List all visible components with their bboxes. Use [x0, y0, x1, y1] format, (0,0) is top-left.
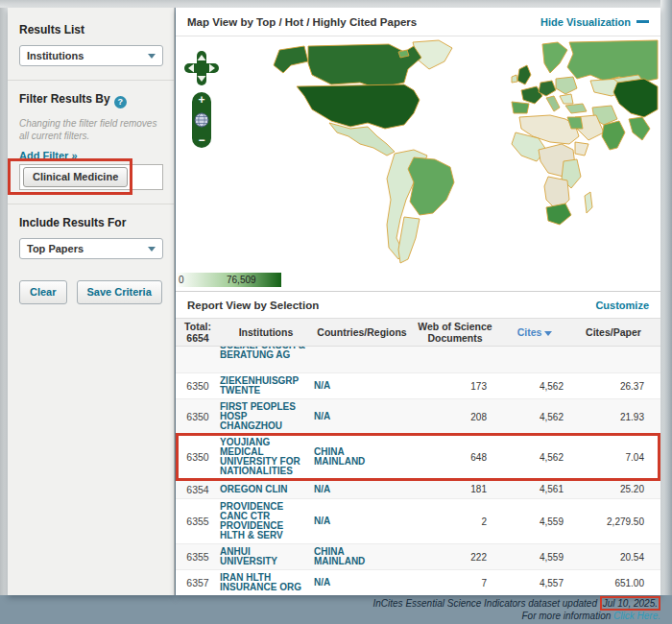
report-header: Report View by Selection Customize	[176, 291, 660, 318]
institution-link[interactable]: YOUJIANG MEDICAL UNIVERSITY FOR NATIONAL…	[220, 438, 312, 476]
docs-cell: 7	[412, 578, 498, 588]
cites-cell: 4,557	[498, 578, 571, 588]
cites-cell: 4,561	[498, 484, 571, 494]
more-information-line: For more information Click Here.	[372, 610, 660, 622]
world-map[interactable]	[216, 36, 660, 267]
map-country-south-africa	[546, 204, 571, 225]
map-country-germany	[539, 81, 556, 96]
sidebar-divider	[8, 80, 174, 81]
map-region-scandinavia	[542, 42, 567, 73]
main-panel: Map View by Top / Hot / Highly Cited Pap…	[176, 8, 660, 595]
map-legend: 0 76,509	[176, 272, 660, 291]
institution-link[interactable]: ANHUI UNIVERSITY	[220, 547, 312, 566]
cites-paper-cell: 21.93	[571, 412, 656, 422]
cites-cell: 4,562	[498, 381, 571, 392]
save-criteria-button[interactable]: Save Criteria	[77, 280, 162, 304]
clinical-medicine-chip[interactable]: Clinical Medicine	[23, 167, 128, 187]
table-row-highlighted: 6350 YOUJIANG MEDICAL UNIVERSITY FOR NAT…	[176, 435, 660, 480]
map-country-uk	[517, 65, 531, 84]
table-row: 6350 ZIEKENHUISGRP TWENTE N/A 173 4,562 …	[176, 373, 660, 399]
click-here-link[interactable]: Click Here.	[613, 611, 660, 621]
cites-paper-cell: 26.37	[571, 381, 656, 392]
total-count: Total: 6654	[176, 321, 220, 344]
country-cell: N/A	[312, 578, 412, 588]
minus-icon	[636, 20, 649, 23]
map-title: Map View by Top / Hot / Highly Cited Pap…	[187, 16, 417, 28]
clear-button[interactable]: Clear	[19, 280, 67, 304]
rank-cell: 6354	[176, 484, 220, 495]
cites-paper-cell: 25.20	[571, 484, 656, 494]
zoom-out-button[interactable]: −	[198, 134, 204, 146]
map-country-ireland	[512, 75, 517, 83]
rank-cell: 6350	[176, 451, 220, 463]
results-list-selected-value: Institutions	[27, 50, 84, 61]
customize-link[interactable]: Customize	[595, 300, 649, 311]
table-row: 6357 IRAN HLTH INSURANCE ORG N/A 7 4,557…	[176, 570, 660, 595]
institution-link[interactable]: ZIEKENHUISGRP TWENTE	[220, 376, 312, 396]
table-row: SOZIALFORSCH & BERATUNG AG	[176, 347, 660, 373]
map-zoom-control[interactable]: + −	[192, 92, 211, 148]
map-country-usa	[297, 84, 420, 129]
map-country-iceland	[398, 50, 409, 58]
map-country-brazil	[408, 157, 454, 215]
column-header-countries[interactable]: Countries/Regions	[312, 326, 412, 338]
column-header-institutions[interactable]: Institutions	[220, 326, 312, 338]
table-row: 6355 ANHUI UNIVERSITY CHINA MAINLAND 222…	[176, 544, 660, 570]
map-country-india	[602, 121, 625, 150]
institution-link[interactable]: SOZIALFORSCH & BERATUNG AG	[220, 347, 312, 360]
dataset-update-line: InCites Essential Science Indicators dat…	[372, 597, 660, 610]
map-country-italy	[546, 96, 560, 111]
docs-cell: 2	[412, 516, 498, 527]
docs-cell: 173	[412, 381, 498, 392]
include-results-selected-value: Top Papers	[27, 243, 84, 254]
map-region-eastern-europe	[556, 77, 577, 94]
cites-paper-cell: 2,279.50	[571, 516, 656, 527]
add-filter-link[interactable]: Add Filter »	[19, 150, 162, 161]
hide-visualization-link[interactable]: Hide Visualization	[540, 16, 649, 28]
institution-link[interactable]: FIRST PEOPLES HOSP CHANGZHOU	[220, 402, 312, 431]
annotation-box-date: Jul 10, 2025.	[600, 596, 660, 611]
country-cell: CHINA MAINLAND	[312, 447, 412, 467]
filter-input[interactable]: Clinical Medicine	[19, 164, 163, 190]
sidebar-divider	[8, 204, 174, 204]
cites-paper-cell: 651.00	[571, 578, 656, 588]
results-list-select[interactable]: Institutions	[19, 45, 163, 66]
map-country-russia	[567, 40, 658, 83]
rank-cell: 6357	[176, 577, 220, 588]
filters-sidebar: Results List Institutions Filter Results…	[8, 8, 175, 595]
legend-max-label: 76,509	[227, 275, 256, 285]
cites-cell: 4,559	[498, 552, 571, 563]
chevron-down-icon	[148, 247, 156, 252]
cites-cell: 4,562	[498, 412, 571, 422]
docs-cell: 208	[412, 412, 498, 422]
institution-link[interactable]: OREGON CLIN	[220, 485, 312, 494]
help-icon[interactable]: ?	[114, 96, 127, 108]
chevron-down-icon	[148, 54, 156, 59]
map-pan-control[interactable]	[183, 50, 220, 86]
docs-cell: 222	[412, 552, 498, 563]
map-legend-gradient: 0 76,509	[176, 273, 281, 287]
legend-min-label: 0	[179, 275, 184, 285]
map-country-china	[613, 79, 658, 117]
map-country-madagascar	[585, 192, 592, 213]
results-list-heading: Results List	[19, 23, 162, 36]
column-header-wos-documents[interactable]: Web of Science Documents	[412, 321, 498, 344]
zoom-in-button[interactable]: +	[198, 94, 204, 106]
institution-link[interactable]: IRAN HLTH INSURANCE ORG	[220, 573, 312, 592]
filter-note: Changing the filter field removes all cu…	[19, 117, 162, 142]
cites-cell: 4,559	[498, 516, 571, 527]
include-results-select[interactable]: Top Papers	[19, 238, 163, 259]
column-header-cites-sort[interactable]: Cites	[498, 326, 571, 338]
window-frame-top	[0, 0, 672, 8]
table-row: 6355 PROVIDENCE CANC CTR PROVIDENCE HLTH…	[176, 499, 660, 544]
sort-desc-icon	[544, 331, 552, 336]
institution-link[interactable]: PROVIDENCE CANC CTR PROVIDENCE HLTH & SE…	[220, 502, 312, 540]
cites-paper-cell: 20.54	[571, 552, 656, 563]
table-header-row: Total: 6654 Institutions Countries/Regio…	[176, 318, 660, 347]
country-cell: N/A	[312, 381, 412, 391]
column-header-cites-paper[interactable]: Cites/Paper	[571, 326, 656, 338]
scrollbar-track[interactable]	[660, 0, 672, 595]
map-country-alaska	[274, 46, 308, 73]
map-area: + −	[176, 36, 660, 272]
map-region-iberia	[512, 102, 529, 113]
